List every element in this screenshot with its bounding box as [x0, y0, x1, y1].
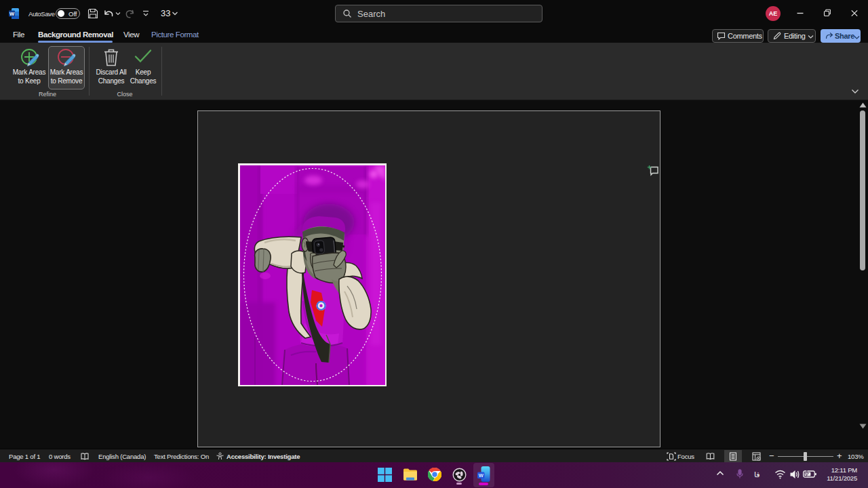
- svg-text:W: W: [9, 11, 15, 17]
- svg-text:W: W: [479, 472, 484, 479]
